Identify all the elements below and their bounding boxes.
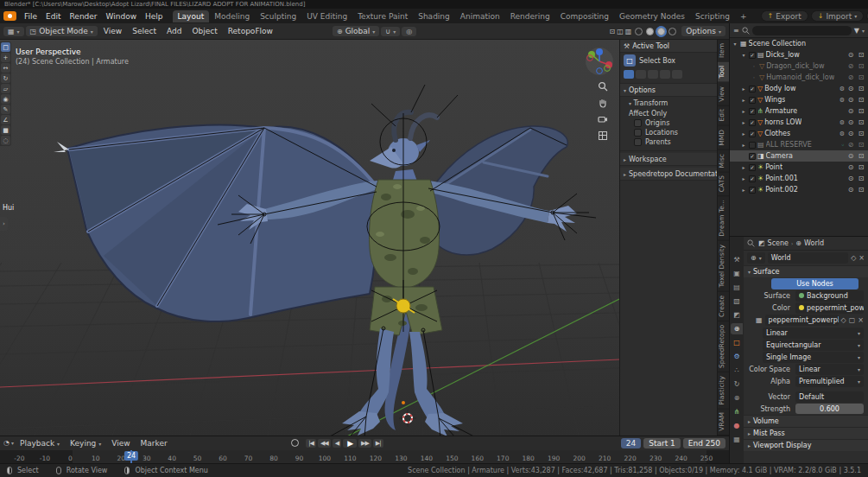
selectable-checkbox[interactable]: ✓ — [749, 175, 756, 182]
mist-pass-panel-header[interactable]: ▸Mist Pass — [744, 427, 868, 439]
origins-checkbox[interactable] — [634, 119, 642, 127]
outliner-row-humanoid-dick-low[interactable]: ·▽ Humanoid_dick_low ⊘⊡ — [730, 72, 868, 83]
outliner-row-armature[interactable]: ▸✓ ⋔ Armature ⊙⊡ — [730, 105, 868, 117]
timeline-editor-icon[interactable]: ◔ — [3, 439, 10, 447]
hide-icon[interactable]: ⊙ — [846, 107, 855, 115]
workspace-tab-modeling[interactable]: Modeling — [209, 10, 255, 22]
tool-cursor-icon[interactable]: + — [1, 53, 10, 62]
viewport-menu-add[interactable]: Add — [162, 26, 186, 36]
modifier-properties-tab[interactable]: ⚙ — [731, 351, 743, 362]
shading-material-icon[interactable] — [657, 28, 665, 35]
viewport-menu-select[interactable]: Select — [128, 26, 161, 36]
menu-edit[interactable]: Edit — [41, 11, 65, 22]
selectable-checkbox[interactable]: ✓ — [749, 119, 756, 126]
workspace-tab-uvediting[interactable]: UV Editing — [301, 10, 352, 22]
xray-toggle-icon[interactable]: ▥ — [625, 28, 632, 35]
hide-icon[interactable]: ⊙ — [846, 96, 855, 104]
select-mode-intersect[interactable] — [672, 70, 682, 79]
perspective-toggle-icon[interactable] — [598, 130, 608, 141]
hide-icon[interactable]: ⊙ — [846, 175, 855, 182]
outliner-row-scene-collection[interactable]: ▾▦ Scene Collection — [730, 38, 868, 49]
jump-to-start-button[interactable]: |◀ — [306, 439, 316, 448]
view-menu[interactable]: View — [107, 439, 134, 448]
outliner-editor-icon[interactable]: ≡ — [733, 27, 739, 35]
import-button[interactable]: ↓Import▾ — [811, 10, 865, 22]
overlays-icon[interactable]: ◫ — [617, 28, 624, 35]
playback-menu[interactable]: Playback ▾ — [16, 439, 64, 448]
menu-render[interactable]: Render — [66, 11, 102, 22]
workspace-tab-layout[interactable]: Layout — [173, 10, 210, 22]
viewport-menu-retopoflow[interactable]: RetopoFlow — [224, 26, 277, 36]
tool-properties-tab[interactable]: ⚒ — [731, 254, 743, 265]
render-visibility-icon[interactable]: ⊡ — [857, 107, 865, 115]
collection-checkbox[interactable] — [749, 142, 756, 149]
projection-dropdown[interactable]: Equirectangular▾ — [763, 340, 864, 351]
options-panel-header[interactable]: ▾ Options — [620, 84, 717, 97]
active-tool-header[interactable]: ⚒ Active Tool — [620, 40, 717, 53]
outliner-row-all-reserve[interactable]: ▸ ▤ ALL RESERVE ◦ ⊘⊡ — [730, 139, 868, 150]
marker-menu[interactable]: Marker — [136, 439, 172, 448]
jump-to-end-button[interactable]: ▶| — [373, 439, 383, 448]
zoom-icon[interactable] — [598, 81, 608, 92]
collection-checkbox[interactable]: ✓ — [749, 52, 756, 59]
outliner-row-point-002[interactable]: ▸✓ ☀ Point.002 ⊙⊡ — [730, 184, 868, 195]
world-properties-tab[interactable]: ⊕ — [731, 323, 743, 334]
affect-parents-row[interactable]: Parents — [620, 137, 717, 147]
hide-icon[interactable]: ⊙ — [846, 163, 855, 171]
workspace-tab-rendering[interactable]: Rendering — [505, 10, 555, 22]
tab-dream-textures[interactable]: Dream Te... — [718, 196, 729, 241]
tool-annotate-icon[interactable]: ✎ — [1, 105, 10, 114]
selectable-checkbox[interactable]: ✓ — [749, 187, 756, 194]
tool-move-icon[interactable]: ↔ — [1, 63, 10, 73]
particles-properties-tab[interactable]: ∴ — [731, 365, 743, 376]
speedretopo-panel-header[interactable]: ▸Speedretopo Documentation — [620, 168, 717, 181]
vector-dropdown[interactable]: Default — [795, 391, 864, 403]
workspace-panel-header[interactable]: ▸Workspace — [620, 153, 717, 166]
outliner-row-clothes[interactable]: ▸✓ ▽ Clothes ⚙ ⊙⊡ — [730, 128, 868, 139]
tab-vram[interactable]: VRAM — [718, 409, 729, 436]
tool-add-cube-icon[interactable]: ■ — [1, 125, 10, 135]
search-icon[interactable] — [742, 27, 750, 35]
viewport-menu-object[interactable]: Object — [187, 26, 221, 36]
show-gizmo-icon[interactable]: ⊡ — [609, 28, 615, 35]
tab-edit[interactable]: Edit — [718, 105, 729, 126]
render-visibility-icon[interactable]: ⊡ — [857, 73, 865, 81]
end-frame-field[interactable]: End 250 — [683, 438, 725, 448]
selectable-checkbox[interactable]: ✓ — [749, 86, 756, 92]
workspace-add-button[interactable]: + — [735, 10, 752, 22]
hide-icon[interactable]: ⊙ — [846, 152, 855, 160]
render-visibility-icon[interactable]: ⊡ — [857, 186, 865, 194]
tool-extra-icon[interactable]: ◌ — [1, 136, 10, 145]
keying-menu[interactable]: Keying ▾ — [66, 439, 105, 448]
selectable-checkbox[interactable]: ✓ — [749, 97, 756, 104]
tool-scale-icon[interactable]: ▱ — [1, 84, 10, 93]
parents-checkbox[interactable] — [634, 138, 642, 146]
alpha-dropdown[interactable]: Premultiplied▾ — [795, 376, 864, 387]
viewlayer-properties-tab[interactable]: ▧ — [731, 296, 743, 307]
strength-slider[interactable]: 0.600 — [795, 404, 864, 414]
physics-properties-tab[interactable]: ↻ — [731, 378, 743, 390]
material-properties-tab[interactable]: ● — [731, 420, 743, 431]
timeline-ruler[interactable]: -20-100102030405060708090100110120130140… — [0, 450, 729, 464]
viewport-display-panel-header[interactable]: ▸Viewport Display — [744, 439, 868, 451]
snapping-button[interactable]: ∪▾ — [381, 27, 400, 36]
selectable-checkbox[interactable]: ✓ — [749, 108, 756, 115]
outliner-row-body-low[interactable]: ▸✓ ▽ Body low ⚙ ⊙⊡ — [730, 83, 868, 94]
selectable-checkbox[interactable]: ✓ — [749, 153, 756, 160]
object-properties-tab[interactable]: □ — [731, 337, 743, 348]
tool-rotate-icon[interactable]: ↻ — [1, 73, 10, 83]
colorspace-dropdown[interactable]: Linear▾ — [795, 364, 864, 375]
play-button[interactable]: ▶ — [343, 439, 357, 448]
locations-checkbox[interactable] — [634, 129, 642, 137]
hide-icon[interactable]: ⊘ — [846, 62, 855, 70]
hide-icon[interactable]: ⊙ — [846, 118, 855, 126]
use-nodes-button[interactable]: Use Nodes — [771, 278, 858, 289]
color-texture-field[interactable]: peppermint_powerpla...× — [795, 302, 864, 314]
outliner-row-point[interactable]: ▸✓ ☀ Point ⊙⊡ — [730, 162, 868, 173]
mode-dropdown[interactable]: ◳Object Mode▾ — [26, 26, 98, 36]
tab-create[interactable]: Create — [718, 292, 729, 321]
unlink-icon[interactable]: × — [858, 316, 864, 324]
tab-plasticity[interactable]: Plasticity — [718, 372, 729, 410]
next-keyframe-button[interactable]: ▶▶ — [358, 439, 371, 448]
navigation-gizmo[interactable] — [585, 47, 614, 76]
